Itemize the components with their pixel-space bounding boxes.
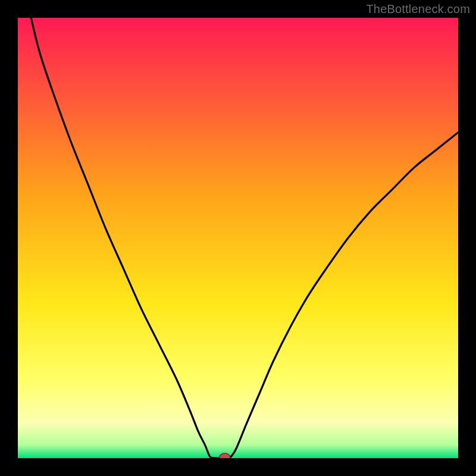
watermark-text: TheBottleneck.com	[366, 2, 470, 16]
gradient-background	[18, 18, 458, 458]
plot-svg	[18, 18, 458, 458]
chart-frame: TheBottleneck.com	[0, 0, 476, 476]
plot-area	[18, 18, 458, 458]
bottleneck-marker	[220, 453, 230, 458]
